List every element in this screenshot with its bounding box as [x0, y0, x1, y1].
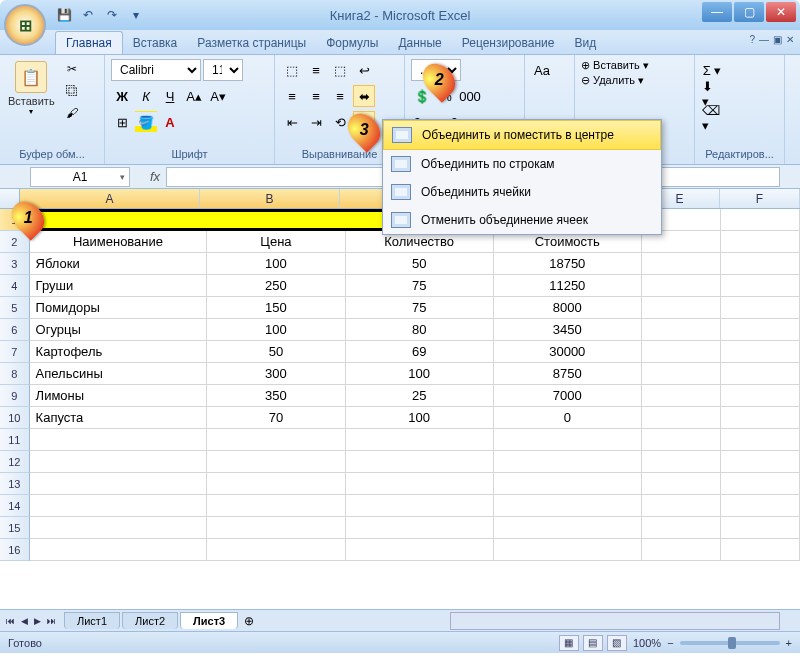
cell[interactable]	[494, 451, 642, 473]
workbook-restore-icon[interactable]: ▣	[773, 34, 782, 45]
decrease-indent-button[interactable]: ⇤	[281, 111, 303, 133]
cell[interactable]	[642, 407, 721, 429]
sheet-tab-1[interactable]: Лист1	[64, 612, 120, 629]
align-left-button[interactable]: ≡	[281, 85, 303, 107]
cell[interactable]: 100	[207, 253, 345, 275]
cell[interactable]	[721, 253, 800, 275]
cell[interactable]: 18750	[494, 253, 642, 275]
cell[interactable]: 30000	[494, 341, 642, 363]
shrink-font-button[interactable]: A▾	[207, 85, 229, 107]
qat-more-icon[interactable]: ▾	[127, 6, 145, 24]
align-bottom-button[interactable]: ⬚	[329, 59, 351, 81]
cell[interactable]: 300	[207, 363, 345, 385]
comma-button[interactable]: 000	[459, 85, 481, 107]
row-header-8[interactable]: 8	[0, 363, 30, 385]
sheet-nav-next[interactable]: ▶	[32, 616, 43, 626]
undo-icon[interactable]: ↶	[79, 6, 97, 24]
cell[interactable]	[721, 539, 800, 561]
cell[interactable]	[721, 429, 800, 451]
minimize-button[interactable]: —	[702, 2, 732, 22]
cell[interactable]: 50	[346, 253, 494, 275]
zoom-in-button[interactable]: +	[786, 637, 792, 649]
cell[interactable]: Картофель	[30, 341, 208, 363]
cell[interactable]	[30, 429, 208, 451]
sheet-nav-first[interactable]: ⏮	[4, 616, 17, 626]
row-header-12[interactable]: 12	[0, 451, 30, 473]
office-button[interactable]: ⊞	[4, 4, 46, 46]
horizontal-scrollbar[interactable]	[450, 612, 780, 630]
delete-cells-button[interactable]: ⊖ Удалить ▾	[581, 74, 644, 87]
tab-page-layout[interactable]: Разметка страницы	[187, 32, 316, 54]
paste-button[interactable]: 📋 Вставить ▾	[6, 59, 57, 118]
cell[interactable]	[346, 429, 494, 451]
cell[interactable]	[494, 539, 642, 561]
cell[interactable]	[642, 517, 721, 539]
fx-icon[interactable]: fx	[150, 169, 160, 184]
cell[interactable]: 100	[346, 407, 494, 429]
cell[interactable]	[642, 451, 721, 473]
cell[interactable]	[494, 473, 642, 495]
cell[interactable]: 100	[346, 363, 494, 385]
tab-data[interactable]: Данные	[388, 32, 451, 54]
row-header-14[interactable]: 14	[0, 495, 30, 517]
copy-icon[interactable]: ⿻	[61, 81, 83, 101]
unmerge-item[interactable]: Отменить объединение ячеек	[383, 206, 661, 234]
ribbon-minimize-icon[interactable]: —	[759, 34, 769, 45]
cell[interactable]: 350	[207, 385, 345, 407]
cell[interactable]	[346, 539, 494, 561]
cell[interactable]: 150	[207, 297, 345, 319]
autosum-button[interactable]: Σ ▾	[701, 59, 723, 81]
cell[interactable]: 70	[207, 407, 345, 429]
cell[interactable]: 75	[346, 297, 494, 319]
merge-center-button[interactable]: ⬌	[353, 85, 375, 107]
cell[interactable]	[642, 363, 721, 385]
cell[interactable]	[494, 495, 642, 517]
sheet-tab-3[interactable]: Лист3	[180, 612, 238, 629]
column-header-B[interactable]: B	[200, 189, 340, 208]
cell[interactable]	[721, 297, 800, 319]
merge-across-item[interactable]: Объединить по строкам	[383, 150, 661, 178]
workbook-close-icon[interactable]: ✕	[786, 34, 794, 45]
tab-review[interactable]: Рецензирование	[452, 32, 565, 54]
cell[interactable]	[642, 319, 721, 341]
zoom-level[interactable]: 100%	[633, 637, 661, 649]
row-header-11[interactable]: 11	[0, 429, 30, 451]
row-header-13[interactable]: 13	[0, 473, 30, 495]
cell[interactable]	[207, 451, 345, 473]
cell[interactable]: Капуста	[30, 407, 208, 429]
sheet-tab-2[interactable]: Лист2	[122, 612, 178, 629]
cell[interactable]	[30, 451, 208, 473]
cell[interactable]: Груши	[30, 275, 208, 297]
align-right-button[interactable]: ≡	[329, 85, 351, 107]
cell[interactable]	[494, 429, 642, 451]
cell[interactable]: 69	[346, 341, 494, 363]
cell[interactable]	[207, 495, 345, 517]
cell[interactable]	[30, 209, 208, 231]
row-header-16[interactable]: 16	[0, 539, 30, 561]
redo-icon[interactable]: ↷	[103, 6, 121, 24]
new-sheet-icon[interactable]: ⊕	[244, 614, 254, 628]
cell[interactable]	[30, 517, 208, 539]
underline-button[interactable]: Ч	[159, 85, 181, 107]
column-header-F[interactable]: F	[720, 189, 800, 208]
cell[interactable]	[721, 341, 800, 363]
cell[interactable]	[346, 517, 494, 539]
cell[interactable]: Цена	[207, 231, 345, 253]
insert-cells-button[interactable]: ⊕ Вставить ▾	[581, 59, 649, 72]
italic-button[interactable]: К	[135, 85, 157, 107]
row-header-15[interactable]: 15	[0, 517, 30, 539]
cell[interactable]: 8750	[494, 363, 642, 385]
cell[interactable]	[642, 539, 721, 561]
cell[interactable]	[642, 495, 721, 517]
cell[interactable]	[642, 473, 721, 495]
row-header-5[interactable]: 5	[0, 297, 30, 319]
cell[interactable]: 75	[346, 275, 494, 297]
cell[interactable]	[721, 517, 800, 539]
cell-styles-button[interactable]: Aa	[531, 59, 553, 81]
cell[interactable]	[207, 473, 345, 495]
cell[interactable]	[721, 231, 800, 253]
column-header-A[interactable]: A	[20, 189, 200, 208]
cell[interactable]: Апельсины	[30, 363, 208, 385]
bold-button[interactable]: Ж	[111, 85, 133, 107]
sheet-nav-prev[interactable]: ◀	[19, 616, 30, 626]
